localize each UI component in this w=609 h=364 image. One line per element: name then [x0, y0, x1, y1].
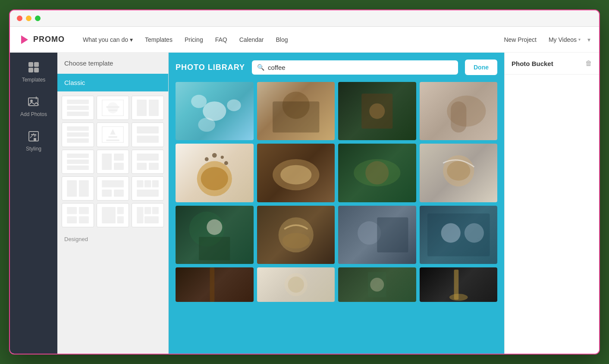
svg-rect-3 [28, 68, 33, 72]
svg-rect-23 [67, 138, 89, 143]
template-item[interactable] [132, 96, 164, 120]
template-item[interactable] [62, 203, 94, 227]
template-item[interactable] [97, 122, 129, 147]
svg-rect-27 [106, 140, 119, 141]
template-layout-icon [102, 207, 124, 223]
template-layout-icon [137, 154, 159, 170]
template-layout-icon [67, 207, 89, 223]
photo-image [257, 82, 335, 140]
template-layout-icon [137, 207, 159, 223]
photo-item[interactable] [420, 82, 498, 140]
svg-rect-34 [114, 154, 124, 160]
left-sidebar: Templates Add Photos [10, 53, 57, 354]
svg-point-80 [447, 161, 470, 181]
template-grid [57, 91, 168, 232]
template-layout-icon [67, 154, 89, 170]
browser-dot-red[interactable] [17, 16, 22, 21]
photo-image [420, 82, 498, 140]
nav-item-calendar[interactable]: Calendar [234, 33, 269, 47]
photo-item[interactable] [176, 82, 254, 140]
svg-rect-37 [137, 163, 147, 169]
photo-search-input[interactable] [268, 64, 453, 71]
svg-rect-4 [34, 68, 39, 72]
nav-item-templates[interactable]: Templates [140, 33, 178, 47]
photo-item[interactable] [420, 267, 498, 302]
svg-rect-55 [137, 207, 143, 223]
photo-image [176, 82, 254, 140]
styling-icon [28, 130, 40, 142]
template-item[interactable] [97, 150, 129, 174]
template-panel-header: Choose template [57, 53, 168, 74]
svg-point-95 [370, 278, 384, 292]
sidebar-item-styling[interactable]: Styling [26, 130, 41, 152]
nav-new-project[interactable]: New Project [499, 33, 541, 47]
svg-rect-11 [34, 138, 36, 141]
svg-rect-91 [210, 267, 215, 302]
template-item[interactable] [62, 122, 94, 147]
template-item[interactable] [62, 150, 94, 174]
template-item[interactable] [132, 203, 164, 227]
template-item[interactable] [97, 203, 129, 227]
nav-item-pricing[interactable]: Pricing [179, 33, 208, 47]
svg-rect-26 [108, 136, 117, 138]
svg-rect-47 [137, 189, 159, 196]
browser-dot-green[interactable] [35, 16, 41, 21]
svg-point-73 [224, 161, 228, 165]
done-button[interactable]: Done [465, 60, 497, 75]
template-layout-icon [67, 100, 89, 116]
photo-item[interactable] [257, 82, 335, 140]
svg-rect-17 [106, 106, 119, 108]
sidebar-item-add-photos[interactable]: Add Photos [20, 96, 47, 117]
photo-item[interactable] [176, 267, 254, 302]
browser-chrome [10, 10, 599, 27]
photos-icon [28, 96, 40, 108]
logo-icon [19, 34, 31, 46]
nav-right: New Project My Videos ▾ ▾ [499, 33, 590, 47]
sidebar-item-templates[interactable]: Templates [22, 61, 46, 83]
photo-item[interactable] [338, 82, 416, 140]
photo-bucket-title: Photo Bucket [512, 60, 553, 67]
photo-item[interactable] [338, 267, 416, 302]
svg-rect-49 [79, 207, 89, 214]
photo-item[interactable] [176, 144, 254, 202]
photo-item[interactable] [338, 144, 416, 202]
template-item[interactable] [62, 96, 94, 120]
svg-rect-30 [67, 154, 89, 158]
template-item[interactable] [62, 176, 94, 201]
svg-rect-14 [67, 112, 89, 116]
template-item[interactable] [132, 150, 164, 174]
photo-item[interactable] [420, 144, 498, 202]
photo-item[interactable] [338, 206, 416, 264]
photo-item[interactable] [257, 206, 335, 264]
template-item[interactable] [132, 176, 164, 201]
template-item[interactable] [132, 122, 164, 147]
svg-point-93 [288, 276, 304, 292]
svg-marker-25 [110, 129, 116, 135]
template-item[interactable] [97, 96, 129, 120]
browser-dot-yellow[interactable] [26, 16, 31, 21]
nav-item-faq[interactable]: FAQ [210, 33, 232, 47]
trash-icon[interactable]: 🗑 [585, 60, 592, 67]
svg-point-78 [365, 161, 389, 185]
svg-rect-33 [102, 154, 112, 170]
svg-point-85 [282, 233, 309, 248]
logo[interactable]: PROMO [19, 34, 65, 46]
svg-rect-38 [149, 163, 159, 169]
photo-item[interactable] [257, 144, 335, 202]
svg-point-90 [464, 223, 483, 242]
svg-rect-45 [144, 180, 151, 187]
nav-item-what-you-can-do[interactable]: What you can do ▾ [78, 33, 138, 47]
svg-point-74 [221, 156, 224, 159]
photo-image [338, 144, 416, 202]
photo-item[interactable] [420, 206, 498, 264]
template-item[interactable] [97, 176, 129, 201]
logo-text: PROMO [33, 35, 65, 44]
template-category-classic[interactable]: Classic [57, 74, 168, 91]
photo-item[interactable] [176, 206, 254, 264]
photo-item[interactable] [257, 267, 335, 302]
template-layout-icon [67, 126, 89, 143]
svg-marker-0 [21, 35, 28, 44]
nav-my-videos[interactable]: My Videos ▾ [549, 36, 581, 43]
photo-image [176, 206, 254, 264]
nav-item-blog[interactable]: Blog [271, 33, 293, 47]
